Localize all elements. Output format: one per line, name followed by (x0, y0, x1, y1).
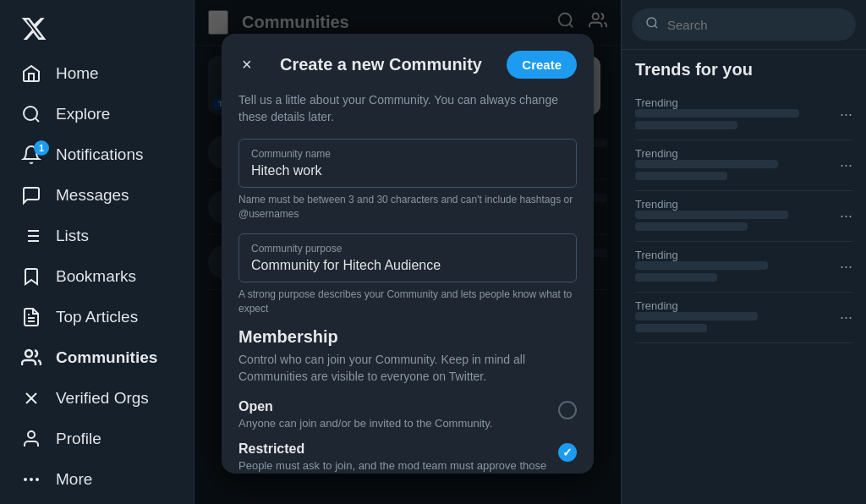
trends-title: Trends for you (635, 60, 852, 79)
trend-item-4[interactable]: Trending ··· (635, 242, 852, 293)
sidebar-item-profile[interactable]: Profile (10, 419, 184, 458)
open-option-info: Open Anyone can join and/or be invited t… (238, 399, 558, 431)
communities-icon (20, 347, 42, 369)
svg-point-16 (25, 479, 26, 480)
sidebar-item-bookmarks[interactable]: Bookmarks (10, 257, 184, 296)
trend-placeholder (635, 222, 748, 231)
search-bar (622, 0, 866, 50)
sidebar-item-communities-label: Communities (56, 348, 157, 367)
x-logo[interactable] (10, 7, 184, 51)
search-icon (645, 16, 659, 33)
trend-dots-icon[interactable]: ··· (840, 106, 852, 123)
trend-text: Trending (635, 299, 840, 336)
trend-label: Trending (635, 147, 840, 160)
trend-text: Trending (635, 147, 840, 184)
notifications-badge: 1 (34, 140, 49, 156)
svg-line-1 (36, 118, 39, 122)
trend-placeholder (635, 211, 788, 219)
sidebar-item-home[interactable]: Home (10, 54, 184, 93)
sidebar-item-top-articles[interactable]: Top Articles (10, 298, 184, 337)
trend-placeholder (635, 273, 717, 282)
profile-icon (20, 428, 42, 450)
trend-item-3[interactable]: Trending ··· (635, 191, 852, 242)
sidebar-item-explore-label: Explore (56, 105, 110, 123)
trends-section: Trends for you Trending ··· Trending ···… (622, 50, 866, 353)
sidebar-item-more-label: More (56, 470, 92, 489)
community-name-input-group[interactable]: Community name Hitech work (238, 139, 577, 188)
trend-placeholder (635, 261, 768, 270)
modal-close-button[interactable]: × (238, 52, 255, 78)
sidebar-item-communities[interactable]: Communities (10, 338, 184, 377)
more-icon (20, 468, 42, 490)
sidebar-item-more[interactable]: More (10, 460, 184, 499)
restricted-option-title: Restricted (238, 441, 558, 457)
modal-title: Create a new Community (280, 55, 482, 74)
trend-placeholder (635, 312, 758, 320)
sidebar: Home Explore 1 Notifications Messages (0, 0, 195, 504)
open-membership-option[interactable]: Open Anyone can join and/or be invited t… (238, 399, 577, 431)
membership-desc: Control who can join your Community. Kee… (238, 352, 577, 385)
community-purpose-input-group[interactable]: Community purpose Community for Hitech A… (238, 233, 577, 282)
trend-placeholder (635, 172, 727, 180)
trend-label: Trending (635, 198, 840, 211)
community-name-label: Community name (251, 148, 564, 160)
sidebar-item-home-label: Home (56, 64, 99, 83)
svg-point-0 (24, 107, 37, 120)
trend-item-1[interactable]: Trending ··· (635, 90, 852, 140)
sidebar-item-messages[interactable]: Messages (10, 176, 184, 215)
verified-orgs-icon (20, 387, 42, 409)
restricted-option-desc: People must ask to join, and the mod tea… (238, 458, 558, 474)
trend-label: Trending (635, 249, 840, 261)
sidebar-item-lists-label: Lists (56, 227, 89, 245)
trend-dots-icon[interactable]: ··· (840, 156, 852, 174)
trend-dots-icon[interactable]: ··· (840, 207, 852, 225)
trend-placeholder (635, 160, 778, 168)
search-inner[interactable] (632, 8, 856, 41)
trend-item-2[interactable]: Trending ··· (635, 140, 852, 191)
community-name-value[interactable]: Hitech work (251, 163, 564, 178)
restricted-membership-option[interactable]: Restricted People must ask to join, and … (238, 441, 577, 474)
open-option-desc: Anyone can join and/or be invited to the… (238, 416, 558, 431)
notifications-icon: 1 (20, 144, 42, 166)
home-icon (20, 63, 42, 85)
sidebar-item-notifications-label: Notifications (56, 145, 144, 164)
restricted-radio[interactable] (558, 443, 577, 462)
sidebar-item-top-articles-label: Top Articles (56, 308, 138, 326)
sidebar-nav: Home Explore 1 Notifications Messages (10, 54, 184, 499)
sidebar-item-profile-label: Profile (56, 430, 101, 448)
trend-placeholder (635, 324, 707, 332)
sidebar-item-verified-orgs-label: Verified Orgs (56, 389, 149, 408)
top-articles-icon (20, 306, 42, 328)
sidebar-item-verified-orgs[interactable]: Verified Orgs (10, 379, 184, 418)
search-input[interactable] (667, 18, 842, 32)
create-community-button[interactable]: Create (507, 51, 577, 79)
lists-icon (20, 225, 42, 247)
modal-subtitle: Tell us a little about your Community. Y… (238, 92, 577, 125)
community-purpose-label: Community purpose (251, 243, 564, 255)
trend-dots-icon[interactable]: ··· (840, 309, 852, 326)
main-area: Communities Tech TechnicalWritingCommuni… (195, 0, 621, 504)
trend-placeholder (635, 121, 737, 129)
sidebar-item-messages-label: Messages (56, 186, 129, 205)
trend-item-5[interactable]: Trending ··· (635, 293, 852, 343)
svg-line-21 (655, 25, 657, 28)
sidebar-item-lists[interactable]: Lists (10, 216, 184, 255)
sidebar-item-notifications[interactable]: 1 Notifications (10, 135, 184, 174)
right-sidebar: Trends for you Trending ··· Trending ···… (621, 0, 866, 504)
explore-icon (20, 103, 42, 125)
modal-overlay[interactable]: × Create a new Community Create Tell us … (195, 0, 621, 504)
svg-point-13 (28, 431, 35, 438)
membership-title: Membership (238, 327, 577, 347)
svg-point-15 (36, 479, 38, 480)
trend-placeholder (635, 109, 799, 118)
modal-header: × Create a new Community Create (238, 51, 577, 79)
name-hint: Name must be between 3 and 30 characters… (238, 193, 577, 222)
trend-label: Trending (635, 96, 840, 109)
sidebar-item-explore[interactable]: Explore (10, 95, 184, 134)
open-radio[interactable] (558, 401, 577, 419)
bookmarks-icon (20, 266, 42, 288)
trend-label: Trending (635, 299, 840, 312)
trend-dots-icon[interactable]: ··· (840, 258, 852, 276)
community-purpose-value[interactable]: Community for Hitech Audience (251, 258, 564, 273)
svg-point-20 (647, 18, 656, 27)
